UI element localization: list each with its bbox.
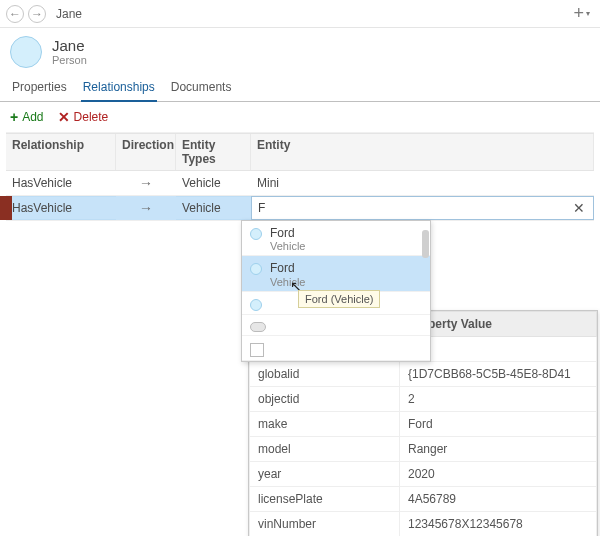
dropdown-item[interactable]: Ford Vehicle [242,256,430,291]
col-direction[interactable]: Direction [116,134,176,170]
add-menu-button[interactable]: + ▾ [573,3,590,24]
entity-name: Jane [52,38,87,55]
col-entity-types[interactable]: Entity Types [176,134,251,170]
tab-documents[interactable]: Documents [169,76,234,101]
nav-forward-button[interactable]: → [28,5,46,23]
table-row: modelRanger [250,437,597,462]
entity-type-icon [10,36,42,68]
dropdown-item[interactable]: Ford Vehicle [242,221,430,256]
dropdown-item-label: Ford [270,261,305,275]
arrow-right-icon: → [31,8,43,20]
table-row: vinNumber12345678X12345678 [250,512,597,537]
entity-input-wrapper: ✕ [251,196,594,220]
vehicle-icon [250,228,262,240]
cell-relationship: HasVehicle [6,172,116,194]
entity-type: Person [52,54,87,66]
delete-label: Delete [74,110,109,124]
table-row: licensePlate4A56789 [250,487,597,512]
table-row: objectid2 [250,387,597,412]
tabs: Properties Relationships Documents [0,72,600,102]
cell-relationship: HasVehicle [6,197,116,219]
cell-entity-edit: ✕ [251,196,594,220]
vehicle-icon [250,263,262,275]
close-icon: ✕ [58,110,70,124]
entity-search-input[interactable] [256,200,569,216]
nav-back-button[interactable]: ← [6,5,24,23]
scrollbar-thumb[interactable] [422,230,429,258]
tab-relationships[interactable]: Relationships [81,76,157,102]
add-button[interactable]: + Add [10,110,44,124]
arrow-left-icon: ← [9,8,21,20]
clear-icon[interactable]: ✕ [569,200,589,216]
actions-bar: + Add ✕ Delete [0,102,600,132]
entity-header: Jane Person [0,28,600,72]
plus-icon: + [10,110,18,124]
cell-entity: Mini [251,172,594,194]
cell-direction: → [116,171,176,195]
tooltip: Ford (Vehicle) [298,290,380,308]
table-row: globalid{1D7CBB68-5C5B-45E8-8D41 [250,362,597,387]
col-entity[interactable]: Entity [251,134,594,170]
dropdown-empty-item [242,336,430,361]
dropdown-item-sub: Vehicle [270,240,305,252]
table-row[interactable]: HasVehicle → Vehicle Mini [6,171,594,196]
table-row: makeFord [250,412,597,437]
grid-header: Relationship Direction Entity Types Enti… [6,133,594,171]
empty-icon [250,343,264,357]
row-selection-marker [0,196,12,220]
plus-icon: + [573,3,584,24]
relationships-grid: Relationship Direction Entity Types Enti… [6,132,594,221]
add-label: Add [22,110,43,124]
dropdown-item-label: Ford [270,226,305,240]
loading-icon [250,322,266,332]
breadcrumb-title: Jane [56,7,82,21]
cell-entity-types: Vehicle [176,172,251,194]
dropdown-scrollbar[interactable] [421,222,429,360]
tab-properties[interactable]: Properties [10,76,69,101]
table-row[interactable]: HasVehicle → Vehicle ✕ [6,196,594,221]
table-row: year2020 [250,462,597,487]
dropdown-loading-item [242,315,430,336]
cell-entity-types: Vehicle [176,197,251,219]
cell-direction: → [116,196,176,220]
delete-button[interactable]: ✕ Delete [58,110,109,124]
chevron-down-icon: ▾ [586,9,590,18]
col-relationship[interactable]: Relationship [6,134,116,170]
vehicle-icon [250,299,262,311]
breadcrumb-bar: ← → Jane + ▾ [0,0,600,28]
